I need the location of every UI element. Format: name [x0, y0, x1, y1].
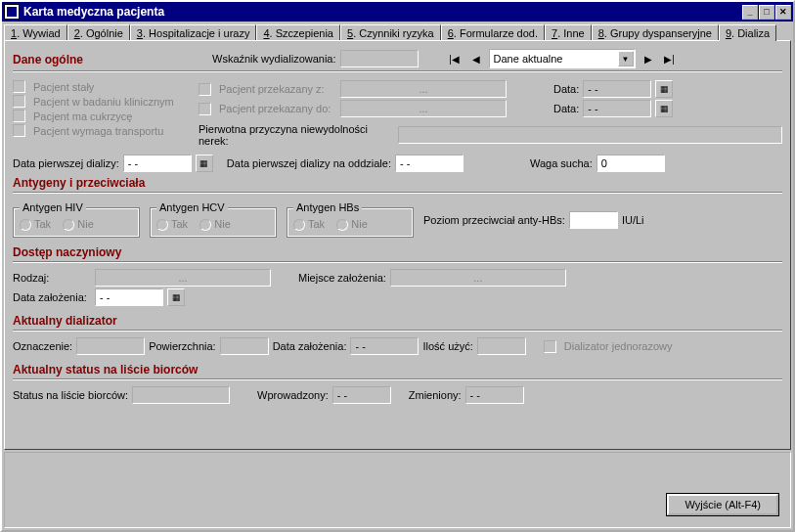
- przyczyna-label: Pierwotna przyczyna niewydolności nerek:: [199, 123, 394, 147]
- section-antygeny-title: Antygeny i przeciwciała: [13, 176, 782, 190]
- przekazany-z-label: Pacjent przekazany z:: [219, 83, 336, 95]
- wskaznik-label: Wskaźnik wydializowania:: [212, 53, 336, 65]
- data-pierwszej-cal-button[interactable]: ▦: [196, 155, 213, 172]
- status-field: [132, 386, 230, 404]
- app-icon: [4, 4, 20, 20]
- poziom-field[interactable]: [569, 211, 618, 229]
- chk-przekazany-z: [199, 83, 211, 96]
- dropdown-arrow-icon[interactable]: ▼: [618, 51, 634, 66]
- section-dostep-title: Dostęp naczyniowy: [13, 245, 782, 259]
- tab-panel-dializa: Dane ogólne Wskaźnik wydializowania: |◀ …: [4, 40, 791, 450]
- group-hiv: Antygen HIV Tak Nie: [13, 207, 140, 238]
- zmieniony-label: Zmieniony:: [409, 389, 462, 401]
- data-pierwszej-field[interactable]: - -: [123, 155, 192, 172]
- wskaznik-value: [340, 50, 419, 67]
- tab-dializa[interactable]: 9. Dializa: [719, 24, 776, 41]
- radio-hcv-nie: [199, 219, 211, 231]
- section-dane-ogolne-title: Dane ogólne: [13, 53, 208, 66]
- miejsce-label: Miejsce założenia:: [298, 272, 386, 284]
- chk-badanie-label: Pacjent w badaniu klinicznym: [33, 96, 174, 108]
- group-hbs: Antygen HBs Tak Nie: [287, 207, 414, 238]
- data-z-cal-button[interactable]: ▦: [655, 80, 673, 98]
- data-do-field[interactable]: - -: [583, 100, 651, 117]
- tab-czynniki[interactable]: 5. Czynniki ryzyka: [340, 24, 441, 41]
- minimize-button[interactable]: _: [742, 5, 758, 20]
- chk-przekazany-do: [199, 103, 211, 115]
- data-z-field[interactable]: - -: [583, 80, 651, 98]
- chk-jednorazowy-label: Dializator jednorazowy: [564, 340, 673, 352]
- ilosc-label: Ilość użyć:: [422, 340, 472, 352]
- data-oddzial-field[interactable]: - -: [395, 155, 464, 172]
- tab-grupy[interactable]: 8. Grupy dyspanseryjne: [592, 24, 719, 41]
- zmieniony-field: - -: [465, 386, 524, 404]
- radio-hbs-tak: [293, 219, 305, 231]
- tab-hospitalizacje[interactable]: 3. Hospitalizacje i urazy: [130, 24, 257, 41]
- przekazany-do-button[interactable]: ...: [340, 100, 507, 117]
- przekazany-z-button[interactable]: ...: [340, 80, 507, 98]
- titlebar: Karta medyczna pacjenta _ □ ✕: [2, 2, 793, 22]
- radio-hcv-tak: [156, 219, 168, 231]
- oznaczenie-label: Oznaczenie:: [13, 340, 72, 352]
- nav-prev-button[interactable]: ◀: [467, 50, 485, 67]
- chk-jednorazowy: [544, 340, 556, 353]
- nav-first-button[interactable]: |◀: [446, 50, 464, 67]
- dostep-data-label: Data założenia:: [13, 291, 91, 303]
- rodzaj-label: Rodzaj:: [13, 272, 91, 284]
- przekazany-do-label: Pacjent przekazany do:: [219, 103, 336, 114]
- data-oddzial-label: Data pierwszej dializy na oddziale:: [227, 157, 391, 169]
- tab-szczepienia[interactable]: 4. Szczepienia: [256, 24, 340, 41]
- bottom-bar: Wyjście (Alt-F4): [4, 452, 791, 528]
- section-dializator-title: Aktualny dializator: [13, 314, 782, 328]
- tab-inne[interactable]: 7. Inne: [545, 24, 592, 41]
- dostep-data-cal-button[interactable]: ▦: [167, 288, 185, 306]
- radio-hbs-nie: [336, 219, 348, 231]
- dial-data-label: Data założenia:: [273, 340, 347, 352]
- chk-staly: [13, 80, 25, 93]
- group-hcv-legend: Antygen HCV: [156, 201, 228, 213]
- dostep-data-field[interactable]: - -: [95, 288, 163, 306]
- maximize-button[interactable]: □: [759, 5, 774, 20]
- record-dropdown-value: Dane aktualne: [494, 53, 563, 65]
- window-title: Karta medyczna pacjenta: [23, 5, 742, 19]
- chk-staly-label: Pacjent stały: [33, 81, 94, 93]
- chk-transport: [13, 124, 25, 137]
- powierzchnia-label: Powierzchnia:: [149, 340, 215, 352]
- exit-button[interactable]: Wyjście (Alt-F4): [667, 494, 778, 515]
- close-button[interactable]: ✕: [775, 5, 791, 20]
- dial-data-field: - -: [350, 337, 419, 355]
- rodzaj-button[interactable]: ...: [95, 269, 271, 287]
- radio-hiv-tak: [20, 219, 31, 231]
- group-hbs-legend: Antygen HBs: [293, 201, 362, 213]
- wprowadzony-field: - -: [332, 386, 391, 404]
- miejsce-button[interactable]: ...: [390, 269, 566, 287]
- oznaczenie-field: [76, 337, 145, 355]
- data-z-label: Data:: [553, 83, 579, 95]
- chk-transport-label: Pacjent wymaga transportu: [33, 125, 163, 137]
- section-status-title: Aktualny status na liście biorców: [13, 363, 782, 377]
- data-do-label: Data:: [553, 103, 579, 114]
- group-hcv: Antygen HCV Tak Nie: [150, 207, 277, 238]
- data-do-cal-button[interactable]: ▦: [655, 100, 673, 117]
- nav-last-button[interactable]: ▶|: [661, 50, 679, 67]
- nav-next-button[interactable]: ▶: [640, 50, 657, 67]
- group-hiv-legend: Antygen HIV: [20, 201, 86, 213]
- data-pierwszej-label: Data pierwszej dializy:: [13, 157, 119, 169]
- tab-wywiad[interactable]: 1. Wywiad: [4, 24, 67, 41]
- status-label: Status na liście biorców:: [13, 389, 128, 401]
- record-dropdown[interactable]: Dane aktualne ▼: [489, 49, 636, 68]
- przyczyna-value: [398, 126, 782, 144]
- tab-strip: 1. Wywiad 2. Ogólnie 3. Hospitalizacje i…: [4, 24, 791, 41]
- poziom-label: Poziom przeciwciał anty-HBs:: [423, 214, 565, 226]
- poziom-unit: IU/Li: [622, 214, 644, 226]
- radio-hiv-nie: [63, 219, 74, 231]
- main-window: Karta medyczna pacjenta _ □ ✕ 1. Wywiad …: [0, 0, 795, 532]
- ilosc-field: [477, 337, 526, 355]
- waga-field[interactable]: 0: [596, 155, 665, 172]
- powierzchnia-field: [220, 337, 269, 355]
- wprowadzony-label: Wprowadzony:: [257, 389, 329, 401]
- chk-cukrzyca: [13, 110, 25, 122]
- chk-badanie: [13, 95, 25, 108]
- chk-cukrzyca-label: Pacjent ma cukrzycę: [33, 111, 132, 122]
- tab-ogolnie[interactable]: 2. Ogólnie: [67, 24, 130, 41]
- tab-formularze[interactable]: 6. Formularze dod.: [441, 24, 545, 41]
